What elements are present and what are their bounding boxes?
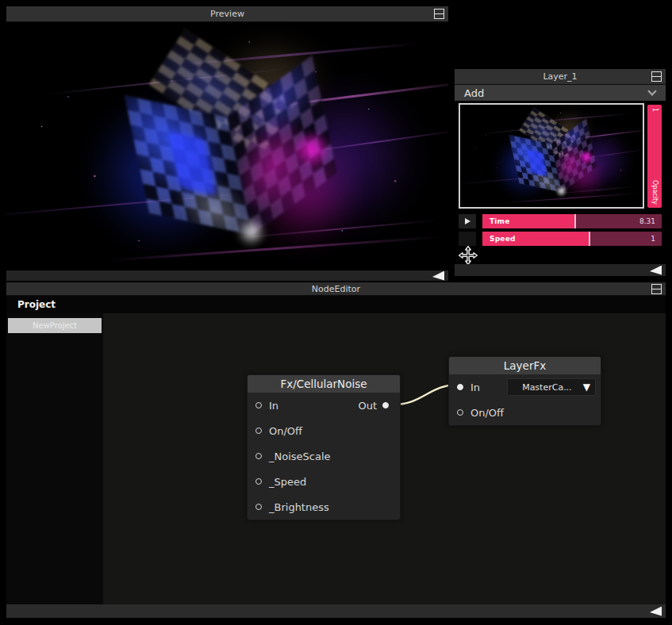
output-port-row: Out bbox=[358, 393, 396, 418]
node-fx-cellularnoise-title: Fx/CellularNoise bbox=[280, 378, 367, 390]
port-row-layerfx-onoff: On/Off bbox=[449, 400, 601, 425]
preview-titlebar[interactable]: Preview bbox=[6, 6, 448, 22]
master-camera-dropdown[interactable]: MasterCa... ▼ bbox=[507, 378, 596, 396]
menu-project[interactable]: Project bbox=[17, 299, 56, 310]
output-port-out[interactable] bbox=[382, 402, 389, 408]
speed-slider-value: 1 bbox=[651, 235, 655, 243]
node-editor-menubar: Project bbox=[6, 296, 666, 313]
port-label-layerfx-onoff: On/Off bbox=[470, 407, 504, 419]
input-port-onoff[interactable] bbox=[255, 428, 262, 434]
tab-new-project[interactable]: NewProject bbox=[8, 318, 102, 333]
node-editor-titlebar[interactable]: NodeEditor bbox=[6, 282, 666, 296]
time-slider-label: Time bbox=[490, 217, 510, 225]
port-label-brightness: _Brightness bbox=[269, 501, 329, 513]
node-fx-cellularnoise-header[interactable]: Fx/CellularNoise bbox=[248, 375, 400, 393]
port-label-out: Out bbox=[358, 400, 377, 412]
resize-handle-icon[interactable] bbox=[650, 266, 662, 275]
resize-handle-icon[interactable] bbox=[432, 271, 444, 281]
input-port-layerfx-onoff[interactable] bbox=[457, 409, 463, 416]
preview-panel: Preview bbox=[6, 6, 448, 281]
layer-title: Layer_1 bbox=[543, 71, 577, 82]
speed-slider-label: Speed bbox=[490, 235, 516, 243]
opacity-label: Opacity bbox=[651, 180, 659, 205]
empty-button-slot bbox=[459, 232, 476, 246]
port-label-in: In bbox=[269, 400, 278, 412]
project-sidebar: NewProject bbox=[6, 313, 103, 604]
port-row-in: In Out bbox=[248, 393, 400, 418]
input-port-layerfx-in[interactable] bbox=[457, 384, 463, 390]
resize-handle-icon[interactable] bbox=[650, 607, 662, 616]
render-artwork bbox=[6, 22, 448, 270]
layer-panel: Layer_1 Add bbox=[455, 69, 666, 276]
chevron-down-icon bbox=[647, 86, 656, 95]
port-row-speed: _Speed bbox=[248, 469, 400, 494]
node-layerfx-title: LayerFx bbox=[504, 359, 546, 372]
input-port-brightness[interactable] bbox=[255, 504, 262, 510]
node-editor-panel: NodeEditor Project NewProject Fx/Cellula… bbox=[6, 282, 666, 618]
node-fx-cellularnoise[interactable]: Fx/CellularNoise In Out On/Off _Nois bbox=[247, 374, 401, 520]
add-dropdown-label: Add bbox=[464, 87, 484, 99]
app-root: { "preview": { "title": "Preview" }, "la… bbox=[0, 0, 672, 625]
port-row-layerfx-in: In MasterCa... ▼ bbox=[449, 374, 601, 400]
preview-title: Preview bbox=[210, 9, 244, 19]
node-editor-title: NodeEditor bbox=[312, 284, 360, 294]
port-label-layerfx-in: In bbox=[470, 382, 480, 393]
time-control-row: Time 8.31 bbox=[455, 214, 666, 228]
play-button[interactable] bbox=[459, 214, 476, 228]
port-label-onoff: On/Off bbox=[269, 425, 302, 437]
port-label-noisescale: _NoiseScale bbox=[269, 451, 331, 462]
node-layerfx[interactable]: LayerFx In MasterCa... ▼ On/Off bbox=[448, 356, 601, 426]
window-layout-icon[interactable] bbox=[434, 9, 444, 19]
move-handle[interactable] bbox=[458, 245, 478, 266]
opacity-value: 1 bbox=[651, 108, 659, 112]
input-port-in[interactable] bbox=[255, 402, 262, 408]
speed-control-row: Speed 1 bbox=[455, 232, 666, 246]
time-slider[interactable]: Time 8.31 bbox=[482, 214, 662, 228]
node-layerfx-header[interactable]: LayerFx bbox=[449, 357, 601, 374]
time-slider-value: 8.31 bbox=[639, 217, 655, 225]
tab-new-project-label: NewProject bbox=[33, 321, 77, 330]
node-editor-bottom-strip bbox=[6, 604, 666, 618]
speed-slider[interactable]: Speed 1 bbox=[482, 232, 662, 246]
move-arrows-icon bbox=[458, 245, 478, 266]
port-row-brightness: _Brightness bbox=[248, 494, 400, 520]
dropdown-arrow-icon: ▼ bbox=[583, 382, 590, 392]
glow-magenta bbox=[244, 141, 363, 244]
port-row-noisescale: _NoiseScale bbox=[248, 443, 400, 469]
input-port-speed[interactable] bbox=[255, 478, 262, 485]
port-row-onoff: On/Off bbox=[248, 418, 400, 443]
window-layout-icon[interactable] bbox=[651, 71, 662, 82]
play-icon bbox=[465, 218, 470, 224]
node-canvas[interactable]: Fx/CellularNoise In Out On/Off _Nois bbox=[103, 313, 666, 604]
layer-bottom-strip bbox=[455, 264, 666, 276]
master-camera-dropdown-value: MasterCa... bbox=[508, 382, 583, 393]
layer-titlebar[interactable]: Layer_1 bbox=[455, 69, 666, 85]
render-artwork-thumb bbox=[460, 105, 643, 207]
input-port-noisescale[interactable] bbox=[255, 453, 262, 459]
preview-bottom-strip bbox=[6, 270, 448, 281]
preview-viewport bbox=[6, 22, 448, 270]
port-label-speed: _Speed bbox=[269, 476, 306, 488]
add-dropdown[interactable]: Add bbox=[455, 85, 666, 101]
window-layout-icon[interactable] bbox=[651, 284, 662, 294]
glow-magenta bbox=[559, 154, 608, 197]
node-editor-content: NewProject Fx/CellularNoise In Out bbox=[6, 313, 666, 604]
opacity-slider[interactable]: 1 Opacity bbox=[647, 105, 662, 208]
layer-thumbnail[interactable] bbox=[459, 103, 644, 209]
